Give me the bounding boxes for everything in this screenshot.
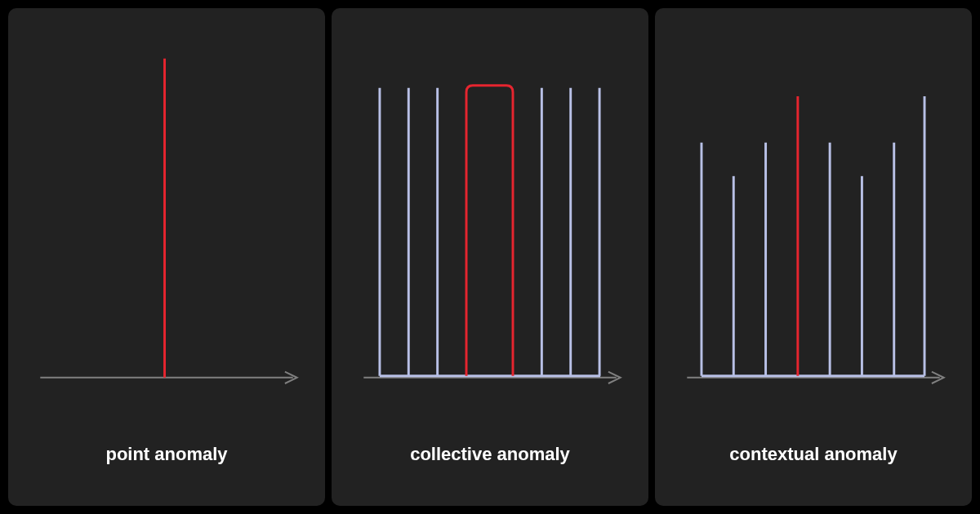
- caption-point: point anomaly: [105, 444, 227, 465]
- chart-contextual: [655, 8, 972, 411]
- caption-contextual: contextual anomaly: [729, 444, 897, 465]
- chart-svg-collective: [332, 8, 648, 411]
- caption-collective: collective anomaly: [410, 444, 570, 465]
- chart-svg-point: [8, 8, 325, 411]
- chart-collective: [332, 8, 648, 411]
- chart-svg-contextual: [655, 8, 972, 411]
- panel-point-anomaly: point anomaly: [8, 8, 325, 506]
- anomaly-collective-shape: [466, 86, 513, 376]
- chart-point: [8, 8, 325, 411]
- panel-contextual-anomaly: contextual anomaly: [655, 8, 972, 506]
- panel-collective-anomaly: collective anomaly: [332, 8, 648, 506]
